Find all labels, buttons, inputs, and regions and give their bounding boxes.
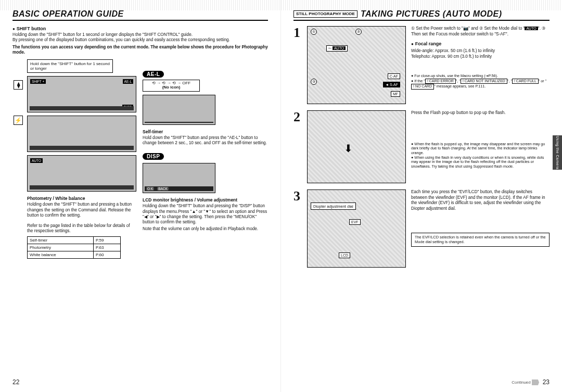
refer-text: Refer to the page listed in the table be… [27,223,136,234]
page-22: BASIC OPERATION GUIDE SHIFT button Holdi… [0,0,281,392]
note-check-icon: ● [411,73,413,78]
popup-arrow-icon: ⬇ [344,142,353,155]
mini-ok: O K [146,187,154,191]
diopter-label: Diopter adjustment dial [311,203,356,210]
note-check-icon: ● [411,79,413,83]
mini-bar [145,122,213,123]
exposure-comp-icon: ⧫ [14,80,23,90]
ref-label: Photometry [28,244,94,251]
lcd-p2: Note that the volume can only be adjuste… [143,226,267,232]
mini-screen-2: O K BACK [143,163,215,193]
screen-tag-ael: AE-L [123,79,133,84]
hold-shift-callout: Hold down the "SHIFT" button for 1 secon… [27,59,113,73]
left-heading: BASIC OPERATION GUIDE [12,9,268,21]
photometry-p: Holding down the "SHIFT" button and pres… [27,202,136,218]
screen-tag-shift: SHIFT + [30,79,46,84]
disp-pill: DISP [143,153,164,160]
auto-badge: AUTO [333,46,346,50]
step-num-1: 1 [293,26,302,104]
shift-p3: The functions you can access vary depend… [12,45,268,56]
illus-2: ⬇ [307,110,406,183]
illus-3: Diopter adjustment dial EVF LCD [307,189,406,268]
s1-note1: ● For close-up shots, use the Macro sett… [411,74,550,79]
s1-auto: AUTO [525,27,538,30]
illus1-caf: C-AF [388,73,400,79]
ael-pill: AE-L [143,71,164,78]
step-num-2: 2 [293,110,302,183]
marker-1: ① [311,29,317,35]
shift-heading: SHIFT button [12,26,268,31]
step3-text: Each time you press the "EVF/LCD" button… [411,189,550,268]
continued: Continued [512,380,539,385]
right-title: TAKING PICTURES (AUTO MODE) [361,9,502,19]
photometry-h: Photometry / White balance [27,196,136,201]
ref-table: Self-timer P.59 Photometry P.63 White ba… [27,236,121,259]
note-check-icon: ● [411,142,413,146]
continued-arrow-icon [532,380,539,385]
table-row: White balance P.60 [28,251,121,258]
step-3: 3 Diopter adjustment dial EVF LCD Each t… [293,189,550,268]
step1-text: ① Set the Power switch to "📷" and ② Set … [411,26,550,104]
step-num-3: 3 [293,189,302,268]
shift-p2: By pressing one of the displayed button … [12,37,268,43]
illus1-auto: ⇦ AUTO [326,45,348,52]
evf-box: EVF [349,219,361,225]
noicon-line2: (No icon) [145,85,197,90]
s1-note2: ● If the "! CARD ERROR", "! CARD NOT INI… [411,79,550,90]
mode-box: STILL PHOTOGRAPHY MODE [293,10,357,18]
mini-back: BACK [157,187,169,191]
marker-2: ② [355,29,362,35]
flash-icon: ⚡ [14,116,23,125]
lcd-p1: Holding down the "SHIFT" button and pres… [143,204,267,225]
table-row: Photometry P.63 [28,244,121,251]
s2-main: Press the Flash pop-up button to pop up … [411,110,550,116]
ref-label: Self-timer [28,236,94,244]
screen3-strip [30,185,134,189]
ref-page: P.60 [94,251,121,258]
s1a: ① Set the Power switch to "📷" and ② Set … [411,26,525,31]
page-num-left: 22 [12,378,19,386]
step1-notes: ● For close-up shots, use the Macro sett… [411,74,550,89]
noicon-box: ⟲ → ⟲ → ⟲ → OFF (No icon) [143,80,200,92]
screen3-auto: AUTO [30,158,43,163]
screen-main: SHIFT + AE-L DISP [27,76,136,112]
crop-marks [0,0,280,10]
ref-label: White balance [28,251,94,258]
screen-2 [27,116,136,152]
col-a: Hold down the "SHIFT" button for 1 secon… [27,59,136,259]
marker-3: ③ [311,79,317,85]
ref-page: P.59 [94,236,121,244]
left-title: BASIC OPERATION GUIDE [12,9,124,19]
ref-page: P.63 [94,244,121,251]
lcd-box: LCD [339,252,350,258]
focal-tele: Telephoto: Approx. 90 cm (3.0 ft.) to in… [411,54,550,60]
col-b: AE-L ⟲ → ⟲ → ⟲ → OFF (No icon) Self-time… [143,59,267,259]
selftimer-p: Hold down the "SHIFT" button and press t… [143,135,267,146]
lcd-h: LCD monitor brightness / Volume adjustme… [143,197,267,203]
screen-3: AUTO [27,155,136,192]
page-23: STILL PHOTOGRAPHY MODE TAKING PICTURES (… [281,0,562,392]
side-icons: ⧫ ⚡ [12,80,24,259]
s3-retain-box: The EVF/LCD selection is retained even w… [411,233,550,247]
table-row: Self-timer P.59 [28,236,121,244]
left-columns: ⧫ ⚡ Hold down the "SHIFT" button for 1 s… [12,59,268,259]
mini-screen-1 [143,95,215,125]
focal-h: Focal range [411,41,550,47]
s3-main: Each time you press the "EVF/LCD" button… [411,189,550,212]
illus1-mf: MF [391,91,400,97]
mini-bar2: O K BACK [145,186,213,191]
illus-1: ① ② ③ ⇦ AUTO C-AF ◄ S-AF MF [307,26,406,104]
step2-notes: ● When the flash is popped up, the image… [411,142,550,169]
selftimer-h: Self-timer [143,129,267,134]
right-heading: STILL PHOTOGRAPHY MODE TAKING PICTURES (… [293,9,550,21]
screen-strip [30,106,134,110]
s2-note2: ● When using the flash in very dusty con… [411,156,550,169]
step-1: 1 ① ② ③ ⇦ AUTO C-AF ◄ S-AF MF ① Set the … [293,26,550,104]
illus1-saf: ◄ S-AF [383,82,400,87]
page-num-right: 23 [543,378,550,386]
continued-text: Continued [512,380,530,385]
step2-text: Press the Flash pop-up button to pop up … [411,110,550,183]
step-2: 2 ⬇ Press the Flash pop-up button to pop… [293,110,550,183]
crop-marks-r [281,0,562,10]
screen2-strip [30,146,134,150]
